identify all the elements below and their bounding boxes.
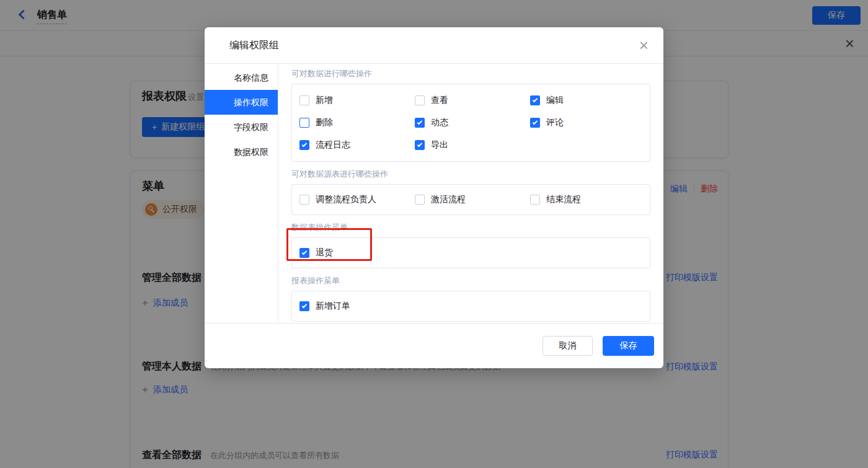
modal-sections: 可对数据进行哪些操作新增查看编辑删除动态评论流程日志导出可对数据源表进行哪些操作… — [278, 64, 663, 323]
modal-body: 名称信息操作权限字段权限数据权限 可对数据进行哪些操作新增查看编辑删除动态评论流… — [205, 64, 663, 323]
checkbox-option[interactable]: 删除 — [299, 112, 415, 134]
check-icon — [533, 97, 538, 102]
checkbox-option[interactable]: 新增订单 — [299, 295, 415, 317]
section-title: 可对数据源表进行哪些操作 — [291, 169, 650, 179]
checkbox-option[interactable]: 导出 — [415, 134, 530, 156]
checkbox-option[interactable]: 评论 — [530, 112, 642, 134]
checkbox-icon[interactable] — [530, 195, 540, 205]
option-group: 新增订单 — [291, 291, 650, 322]
checkbox-checked-icon[interactable] — [415, 118, 425, 128]
checkbox-checked-icon[interactable] — [299, 301, 309, 311]
check-icon — [417, 120, 422, 125]
checkbox-icon[interactable] — [299, 118, 309, 128]
checkbox-label: 编辑 — [546, 95, 564, 106]
checkbox-label: 查看 — [431, 95, 448, 106]
checkbox-icon[interactable] — [415, 95, 425, 105]
checkbox-option[interactable]: 动态 — [415, 112, 530, 134]
checkbox-option[interactable]: 查看 — [415, 89, 530, 112]
check-icon — [533, 120, 538, 125]
checkbox-label: 退货 — [316, 247, 333, 258]
checkbox-option[interactable]: 结束流程 — [530, 188, 642, 211]
checkbox-checked-icon[interactable] — [530, 95, 540, 105]
checkbox-checked-icon[interactable] — [415, 140, 425, 150]
check-icon — [302, 142, 307, 147]
checkbox-option[interactable]: 新增 — [299, 89, 415, 112]
cancel-button[interactable]: 取消 — [542, 336, 593, 356]
checkbox-label: 调整流程负责人 — [316, 194, 376, 205]
checkbox-label: 删除 — [316, 117, 333, 128]
option-group: 退货 — [291, 237, 650, 268]
modal-header: 编辑权限组 × — [205, 27, 663, 64]
checkbox-icon[interactable] — [299, 95, 309, 105]
save-button[interactable]: 保存 — [603, 336, 654, 356]
tab-数据权限[interactable]: 数据权限 — [205, 139, 278, 164]
checkbox-checked-icon[interactable] — [299, 248, 309, 258]
modal-title: 编辑权限组 — [229, 39, 639, 52]
checkbox-checked-icon[interactable] — [299, 140, 309, 150]
section-title: 报表操作菜单 — [291, 276, 650, 286]
tab-字段权限[interactable]: 字段权限 — [205, 115, 278, 139]
checkbox-label: 导出 — [431, 139, 448, 151]
modal-footer: 取消 保存 — [205, 323, 663, 368]
checkbox-label: 新增订单 — [316, 301, 350, 312]
edit-permission-group-modal: 编辑权限组 × 名称信息操作权限字段权限数据权限 可对数据进行哪些操作新增查看编… — [205, 27, 663, 368]
tab-名称信息[interactable]: 名称信息 — [205, 65, 278, 90]
checkbox-option[interactable]: 退货 — [299, 242, 415, 264]
section-title: 可对数据进行哪些操作 — [291, 69, 650, 79]
checkbox-label: 结束流程 — [546, 194, 581, 205]
section-title: 数据表操作菜单 — [291, 223, 650, 232]
option-group: 调整流程负责人激活流程结束流程 — [291, 184, 650, 215]
checkbox-checked-icon[interactable] — [530, 118, 540, 128]
checkbox-icon[interactable] — [415, 195, 425, 205]
checkbox-option[interactable]: 编辑 — [530, 89, 642, 112]
checkbox-icon[interactable] — [299, 195, 309, 205]
checkbox-label: 动态 — [431, 117, 448, 128]
checkbox-label: 新增 — [316, 95, 333, 106]
modal-close-icon[interactable]: × — [639, 37, 649, 53]
checkbox-label: 评论 — [546, 117, 564, 128]
checkbox-label: 流程日志 — [316, 139, 350, 151]
checkbox-option[interactable]: 激活流程 — [415, 188, 530, 211]
modal-sidebar: 名称信息操作权限字段权限数据权限 — [205, 64, 278, 323]
check-icon — [302, 250, 307, 255]
checkbox-label: 激活流程 — [431, 194, 466, 205]
check-icon — [302, 303, 307, 308]
check-icon — [417, 142, 422, 147]
checkbox-option[interactable]: 调整流程负责人 — [299, 188, 415, 211]
option-group: 新增查看编辑删除动态评论流程日志导出 — [291, 84, 650, 162]
checkbox-option[interactable]: 流程日志 — [299, 134, 415, 156]
tab-操作权限[interactable]: 操作权限 — [205, 90, 278, 115]
